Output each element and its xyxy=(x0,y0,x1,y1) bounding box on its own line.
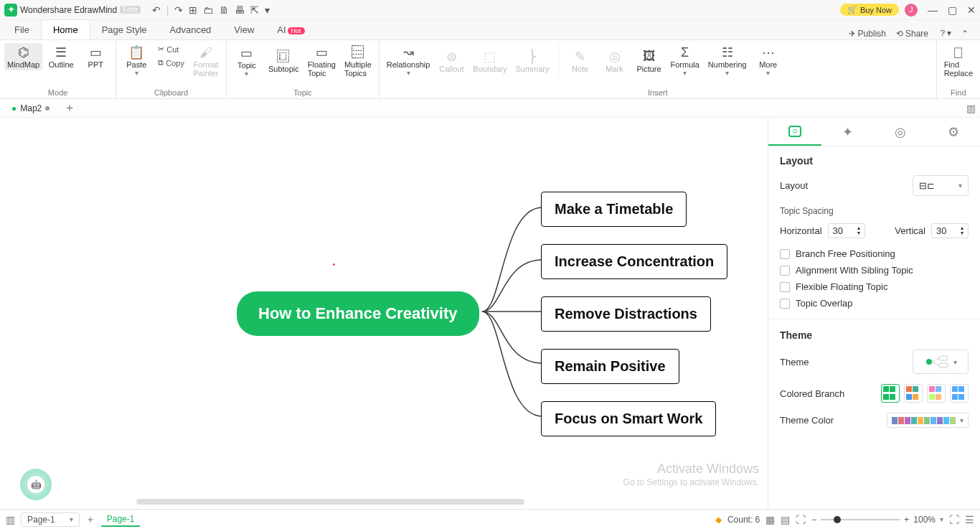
menu-advanced[interactable]: Advanced xyxy=(159,20,223,39)
spinner-arrows[interactable]: ▴▾ xyxy=(961,226,963,235)
close-button[interactable]: ✕ xyxy=(967,4,976,16)
spinner-arrows[interactable]: ▴▾ xyxy=(857,226,860,235)
ppt-button[interactable]: ▭PPT xyxy=(80,43,111,70)
canvas-marker xyxy=(333,263,335,266)
mark-button[interactable]: ◎Mark xyxy=(599,43,631,78)
side-tab-mark[interactable]: ◎ xyxy=(875,118,928,146)
undo-icon[interactable]: ↶ xyxy=(152,4,161,16)
layout-select[interactable]: ⊟⊏▾ xyxy=(913,175,969,196)
minimize-button[interactable]: — xyxy=(928,4,938,16)
insert-group-label: Insert xyxy=(384,88,932,97)
central-topic[interactable]: How to Enhance Creativity xyxy=(237,291,479,336)
app-title: Wondershare EdrawMind xyxy=(20,5,117,15)
more-icon: ⋯ xyxy=(762,45,775,60)
formula-button[interactable]: ΣFormula▾ xyxy=(668,43,702,78)
floating-topic-button[interactable]: ▭Floating Topic xyxy=(305,43,339,79)
save-icon[interactable]: 🗎 xyxy=(219,4,229,16)
zoom-out-button[interactable]: − xyxy=(811,515,816,525)
export-icon[interactable]: ⇱ xyxy=(250,4,259,16)
help-button[interactable]: ？▾ xyxy=(938,27,951,39)
dropdown-icon[interactable]: ▾ xyxy=(265,4,270,16)
zoom-knob[interactable] xyxy=(834,516,841,523)
count-icon: ◆ xyxy=(715,515,722,525)
callout-button[interactable]: ⊜Callout xyxy=(435,43,467,78)
child-topic-1[interactable]: Increase Concentration xyxy=(541,244,727,279)
relationship-button[interactable]: ↝Relationship▾ xyxy=(384,43,433,78)
topic-button[interactable]: ▭Topic▾ xyxy=(231,43,263,79)
canvas[interactable]: How to Enhance Creativity Make a Timetab… xyxy=(0,118,768,509)
print-icon[interactable]: 🖶 xyxy=(235,4,245,16)
branch-style-2[interactable] xyxy=(904,384,923,403)
document-tab[interactable]: ● Map2 xyxy=(4,100,57,116)
paste-button[interactable]: 📋Paste▾ xyxy=(121,43,152,78)
publish-button[interactable]: ✈Publish xyxy=(849,29,886,39)
branch-free-checkbox[interactable]: Branch Free Positioning xyxy=(780,248,969,259)
side-tab-layout[interactable]: ▫ xyxy=(768,118,821,146)
boundary-button[interactable]: ⬚Boundary xyxy=(470,43,509,78)
scrollbar-thumb[interactable] xyxy=(136,499,524,505)
fullscreen-icon[interactable]: ⛶ xyxy=(949,514,959,525)
open-icon[interactable]: 🗀 xyxy=(203,4,213,16)
branch-style-4[interactable] xyxy=(950,384,969,403)
theme-color-select[interactable]: ▾ xyxy=(887,413,969,428)
redo-icon[interactable]: ↷ xyxy=(174,4,183,16)
share-button[interactable]: ⟲Share xyxy=(896,29,928,39)
menu-home[interactable]: Home xyxy=(41,19,90,39)
menu-file[interactable]: File xyxy=(3,20,41,39)
mindmap-button[interactable]: ⌬MindMap xyxy=(4,43,42,70)
format-painter-button[interactable]: 🖌Format Painter xyxy=(190,43,222,79)
fit-page-icon[interactable]: ⛶ xyxy=(796,514,806,525)
relationship-icon: ↝ xyxy=(403,45,414,60)
add-page-button[interactable]: ＋ xyxy=(85,513,95,526)
panel-toggle-icon[interactable]: ▥ xyxy=(966,103,976,114)
copy-button[interactable]: ⧉Copy xyxy=(155,57,187,69)
child-topic-0[interactable]: Make a Timetable xyxy=(541,192,687,227)
buy-now-button[interactable]: 🛒Buy Now xyxy=(840,4,899,16)
horizontal-scrollbar[interactable] xyxy=(136,499,725,506)
topic-overlap-checkbox[interactable]: Topic Overlap xyxy=(780,298,969,309)
theme-heading: Theme xyxy=(780,329,969,341)
more-button[interactable]: ⋯More▾ xyxy=(753,43,784,78)
side-tab-settings[interactable]: ⚙ xyxy=(927,118,980,146)
new-icon[interactable]: ⊞ xyxy=(189,4,197,16)
flexible-floating-checkbox[interactable]: Flexible Floating Topic xyxy=(780,281,969,292)
view-mode-1-icon[interactable]: ▦ xyxy=(765,514,775,525)
zoom-slider[interactable] xyxy=(821,519,900,520)
child-topic-3[interactable]: Remain Positive xyxy=(541,349,679,384)
note-button[interactable]: ✎Note xyxy=(565,43,596,78)
maximize-button[interactable]: ▢ xyxy=(948,4,957,16)
menu-ai[interactable]: AIHot xyxy=(265,20,316,39)
theme-select[interactable]: ▾ xyxy=(913,350,969,374)
collapse-ribbon-icon[interactable]: ⌃ xyxy=(961,29,969,39)
side-tab-ai[interactable]: ✦ xyxy=(821,118,875,146)
subtopic-button[interactable]: ⿴Subtopic xyxy=(265,43,302,79)
user-avatar[interactable]: J xyxy=(905,4,918,17)
branch-style-3[interactable] xyxy=(927,384,946,403)
numbering-button[interactable]: ☷Numbering▾ xyxy=(705,43,750,78)
horizontal-spacing-input[interactable]: 30▴▾ xyxy=(828,223,865,238)
outline-button[interactable]: ☰Outline xyxy=(45,43,77,70)
summary-button[interactable]: ⎬Summary xyxy=(512,43,552,78)
picture-button[interactable]: 🖼Picture xyxy=(633,43,665,78)
vertical-spacing-input[interactable]: 30▴▾ xyxy=(931,223,969,238)
paste-icon: 📋 xyxy=(128,45,144,60)
cut-button[interactable]: ✂Cut xyxy=(155,43,187,55)
branch-style-1[interactable] xyxy=(881,384,900,403)
child-topic-2[interactable]: Remove Distractions xyxy=(541,296,711,332)
child-topic-4[interactable]: Focus on Smart Work xyxy=(541,401,716,436)
view-mode-2-icon[interactable]: ▤ xyxy=(781,514,790,525)
multiple-topics-button[interactable]: ⿳Multiple Topics xyxy=(341,43,374,79)
menu-page-style[interactable]: Page Style xyxy=(90,20,159,39)
zoom-in-button[interactable]: + xyxy=(904,515,909,525)
ai-assistant-fab[interactable]: 🤖 xyxy=(20,469,52,500)
mode-group-label: Mode xyxy=(4,88,111,97)
find-replace-button[interactable]: ⎕Find Replace xyxy=(941,43,976,79)
align-sibling-checkbox[interactable]: Alignment With Sibling Topic xyxy=(780,265,969,276)
pages-panel-icon[interactable]: ▥ xyxy=(6,514,15,525)
page-select[interactable]: Page-1▾ xyxy=(21,512,80,527)
find-group-label: Find xyxy=(941,88,976,97)
page-tab[interactable]: Page-1 xyxy=(101,512,141,527)
reading-mode-icon[interactable]: ☰ xyxy=(965,514,974,525)
menu-view[interactable]: View xyxy=(222,20,265,39)
add-tab-button[interactable]: ＋ xyxy=(60,100,80,116)
